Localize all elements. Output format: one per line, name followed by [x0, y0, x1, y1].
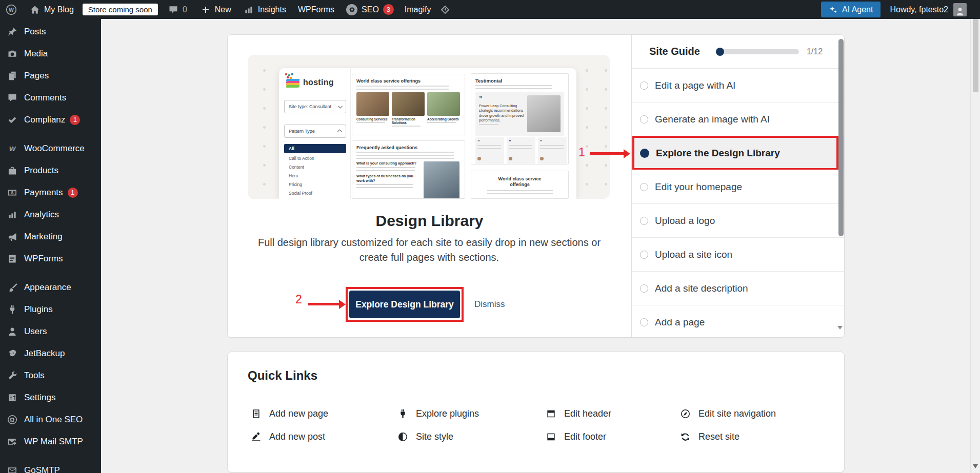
sidebar-item-appearance[interactable]: Appearance [0, 276, 101, 298]
pattern-type-value: Pattern Type [289, 129, 315, 134]
mini-testimonial: ” [538, 137, 567, 164]
sidebar-item-products[interactable]: Products [0, 159, 101, 181]
sidebar-item-marketing[interactable]: Marketing [0, 225, 101, 248]
wpforms-menu[interactable]: WPForms [298, 5, 334, 14]
footer-section-title: World class service offerings [492, 176, 548, 188]
site-guide-item-upload-a-site-icon[interactable]: Upload a site icon [632, 237, 845, 271]
user-avatar[interactable] [953, 3, 967, 16]
mini-testimonial: ” [507, 137, 535, 164]
site-guide-scrollbar-thumb[interactable] [838, 39, 844, 236]
annotation-arrow-1-line [590, 152, 624, 155]
bar-chart-icon [244, 5, 254, 15]
quick-link-add-new-post[interactable]: Add new post [250, 425, 397, 448]
quick-link-edit-header[interactable]: Edit header [545, 402, 679, 425]
site-guide-item-label: Upload a site icon [655, 249, 732, 260]
site-guide-item-edit-your-homepage[interactable]: Edit your homepage [632, 170, 845, 203]
site-name-link[interactable]: My Blog [30, 5, 74, 15]
sidebar-item-tools[interactable]: Tools [0, 364, 101, 386]
sidebar-item-woocommerce[interactable]: WWooCommerce [0, 137, 101, 159]
site-guide-item-label: Upload a logo [655, 215, 715, 227]
sidebar-item-pages[interactable]: Pages [0, 65, 101, 87]
sidebar-item-payments[interactable]: $Payments1 [0, 181, 101, 203]
new-label: New [215, 5, 231, 14]
pattern-option-social-proof[interactable]: Social Proof [284, 189, 346, 197]
sidebar-item-media[interactable]: Media [0, 43, 101, 65]
scroll-down-icon[interactable] [973, 464, 978, 468]
sidebar-item-label: Pages [24, 71, 49, 81]
site-guide-item-add-a-page[interactable]: Add a page [632, 305, 845, 338]
site-guide-item-label: Add a site description [655, 283, 748, 294]
text-skeleton [487, 190, 553, 195]
pattern-type-select[interactable]: Pattern Type [284, 125, 346, 138]
chevron-up-icon [337, 129, 342, 133]
ai-agent-button[interactable]: AI Agent [821, 2, 881, 17]
sidebar-item-comments[interactable]: Comments [0, 87, 101, 109]
imagify-menu[interactable]: Imagify [405, 5, 431, 14]
site-guide-item-add-a-site-description[interactable]: Add a site description [632, 271, 845, 305]
sidebar-item-wp-mail-smtp[interactable]: WP Mail SMTP [0, 430, 101, 453]
sidebar-item-complianz[interactable]: Complianz1 [0, 109, 101, 131]
pin-icon [7, 26, 17, 37]
quick-link-explore-plugins[interactable]: Explore plugins [397, 402, 545, 425]
pattern-option-hero[interactable]: Hero [284, 171, 346, 180]
sidebar-item-jetbackup[interactable]: JetBackup [0, 342, 101, 364]
sidebar-item-label: Plugins [24, 304, 53, 315]
diamond-icon[interactable] [440, 5, 450, 15]
seo-menu[interactable]: SEO 3 [346, 4, 394, 15]
dismiss-link[interactable]: Dismiss [474, 297, 505, 312]
design-library-description: Full design library customized for each … [255, 235, 604, 265]
site-guide-item-label: Generate an image with AI [655, 114, 770, 125]
sidebar-item-label: Posts [24, 27, 46, 37]
sidebar-item-wpforms[interactable]: WPForms [0, 248, 101, 270]
wrench-icon [7, 370, 17, 381]
sidebar-item-posts[interactable]: Posts [0, 20, 101, 43]
quick-link-add-new-page[interactable]: Add new page [250, 402, 397, 425]
faq-photo [424, 161, 459, 199]
insights-label: Insights [258, 5, 286, 14]
reset-icon [679, 431, 691, 443]
site-guide-item-explore-the-design-library[interactable]: Explore the Design Library [632, 136, 845, 170]
sidebar-item-users[interactable]: Users [0, 320, 101, 342]
imagify-label: Imagify [405, 5, 431, 14]
new-content-menu[interactable]: New [201, 5, 231, 15]
services-section-card: World class service offerings Consulting… [352, 74, 465, 135]
text-skeleton [509, 145, 532, 151]
insights-menu[interactable]: Insights [244, 5, 286, 15]
testimonial-title: Testimonial [475, 78, 564, 84]
page-scrollbar-thumb[interactable] [973, 15, 978, 92]
pattern-option-content[interactable]: Content [284, 162, 346, 171]
site-guide-item-upload-a-logo[interactable]: Upload a logo [632, 203, 845, 237]
page-scrollbar[interactable] [970, 0, 980, 473]
sidebar-item-all-in-one-seo[interactable]: All in One SEO [0, 408, 101, 430]
quick-link-site-style[interactable]: Site style [397, 425, 545, 448]
mini-author [477, 153, 502, 162]
quick-link-edit-site-navigation[interactable]: Edit site navigation [679, 402, 825, 425]
admin-bar: W My Blog Store coming soon 0 New Insigh… [0, 0, 980, 19]
radio-icon [640, 251, 648, 259]
howdy-greeting[interactable]: Howdy, fptesto2 [890, 5, 948, 14]
site-guide-item-edit-a-page-with-ai[interactable]: Edit a page with AI [632, 68, 845, 102]
sidebar-item-analytics[interactable]: Analytics [0, 203, 101, 225]
site-guide-item-generate-an-image-with-ai[interactable]: Generate an image with AI [632, 102, 845, 136]
check-icon [7, 114, 17, 125]
sidebar-item-plugins[interactable]: Plugins [0, 298, 101, 320]
site-type-select[interactable]: Site type: Consultant [284, 100, 346, 113]
quick-link-edit-footer[interactable]: Edit footer [545, 425, 679, 448]
sidebar-item-settings[interactable]: Settings [0, 386, 101, 408]
faq-section-card: Frequently asked questions What is your … [352, 140, 465, 199]
text-skeleton [475, 85, 552, 89]
quick-link-reset-site[interactable]: Reset site [679, 425, 825, 448]
site-guide-scroll-down-icon[interactable] [837, 326, 843, 330]
pattern-option-all[interactable]: All [284, 144, 346, 153]
radio-icon [640, 284, 648, 293]
comments-shortcut[interactable]: 0 [168, 5, 187, 15]
explore-design-library-button[interactable]: Explore Design Library [349, 291, 460, 318]
pattern-option-call-to-action[interactable]: Call to Action [284, 154, 346, 162]
wordpress-logo-icon[interactable]: W [5, 4, 17, 16]
sidebar-item-gosmtp[interactable]: GoSMTP [0, 459, 101, 473]
service-photo [427, 92, 460, 116]
service-item: Transformation Solutions [392, 92, 425, 129]
quick-links-grid: Add new pageExplore pluginsEdit headerEd… [250, 402, 825, 448]
pattern-option-pricing[interactable]: Pricing [284, 180, 346, 189]
home-icon [30, 5, 40, 15]
